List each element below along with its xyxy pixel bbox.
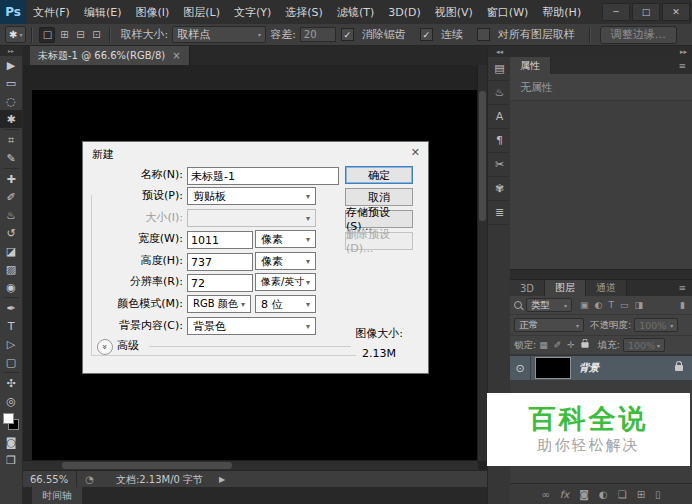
close-icon[interactable]: ×	[172, 50, 180, 61]
filter-shape-layers-icon[interactable]: ▭	[620, 300, 629, 310]
lasso-tool[interactable]: ◌	[0, 92, 22, 110]
history-brush-tool[interactable]: ↺	[0, 224, 22, 242]
menu-edit[interactable]: 编辑(E)	[77, 5, 129, 20]
layer-row-background[interactable]: ⊙ 背景	[510, 356, 692, 380]
checkbox-checked-icon[interactable]: ✓	[341, 28, 354, 41]
horizontal-scrollbar-thumb[interactable]	[62, 462, 232, 469]
foreground-color-swatch[interactable]	[3, 413, 14, 424]
add-to-selection-icon[interactable]: ⊞	[57, 28, 71, 42]
tab-channels[interactable]: 通道	[586, 280, 627, 296]
height-unit-dropdown[interactable]: 像素 ▾	[255, 252, 316, 270]
path-select-tool[interactable]: ▷	[0, 335, 22, 353]
fill-dropdown[interactable]: 100% ▾	[623, 338, 665, 352]
tab-layers[interactable]: 图层	[545, 280, 586, 296]
new-selection-icon[interactable]: □	[39, 27, 55, 43]
menu-window[interactable]: 窗口(W)	[480, 5, 535, 20]
horizontal-scrollbar[interactable]	[22, 460, 478, 470]
menu-3d[interactable]: 3D(D)	[381, 6, 428, 19]
menu-view[interactable]: 视图(V)	[428, 5, 480, 20]
width-input[interactable]	[187, 231, 253, 249]
link-layers-icon[interactable]: ∞	[541, 489, 549, 500]
height-input[interactable]	[187, 253, 253, 271]
vertical-scrollbar-thumb[interactable]	[479, 91, 486, 221]
layer-group-icon[interactable]: ❏	[618, 489, 627, 500]
sample-size-dropdown[interactable]: 取样点 ▾	[172, 26, 266, 43]
expand-panels-handle[interactable]: ◂◂	[488, 46, 511, 57]
layer-mask-icon[interactable]: ◙	[579, 489, 589, 500]
new-layer-icon[interactable]: ⊞	[637, 489, 645, 500]
name-input[interactable]	[187, 167, 339, 185]
ok-button[interactable]: 确定	[345, 166, 413, 184]
layer-comps-panel-icon[interactable]: ≣	[488, 201, 511, 225]
tolerance-input[interactable]	[300, 27, 336, 42]
tab-timeline[interactable]: 时间轴	[32, 487, 82, 504]
save-preset-button[interactable]: 存储预设(S)...	[345, 210, 413, 228]
zoom-level-field[interactable]: 66.55%	[22, 471, 77, 488]
layer-effects-icon[interactable]: fx	[560, 489, 569, 500]
advanced-expander-button[interactable]: »	[97, 339, 113, 355]
tab-properties[interactable]: 属性	[510, 57, 551, 74]
lock-all-icon[interactable]	[581, 342, 588, 347]
blend-mode-dropdown[interactable]: 正常 ▾	[514, 318, 584, 332]
menu-type[interactable]: 文字(Y)	[227, 5, 278, 20]
adjustment-layer-icon[interactable]: ◐	[599, 489, 608, 500]
marquee-tool[interactable]: ▭	[0, 74, 22, 92]
character-panel-icon[interactable]: A	[488, 105, 511, 129]
delete-layer-icon[interactable]: ▯	[655, 489, 661, 500]
lock-paint-icon[interactable]: ✐	[554, 340, 562, 350]
screen-mode-button[interactable]: ❐	[0, 451, 22, 469]
intersect-selection-icon[interactable]: ⊡	[89, 28, 103, 42]
background-contents-dropdown[interactable]: 背景色 ▾	[187, 317, 316, 335]
clone-source-panel-icon[interactable]: ♨	[488, 81, 511, 105]
shape-tool[interactable]: ▢	[0, 353, 22, 371]
tab-3d[interactable]: 3D	[510, 280, 545, 296]
vertical-scrollbar[interactable]	[477, 65, 487, 461]
layer-thumbnail[interactable]	[536, 358, 570, 378]
brush-panel-icon[interactable]: ✾	[488, 177, 511, 201]
tool-presets-panel-icon[interactable]: ✂	[488, 153, 511, 177]
type-tool[interactable]: T	[0, 317, 22, 335]
quick-mask-button[interactable]: ◙	[0, 433, 22, 451]
magic-wand-tool[interactable]: ✱	[0, 110, 22, 128]
healing-brush-tool[interactable]: ✚	[0, 170, 22, 188]
collapse-panels-handle[interactable]: ▸▸	[510, 46, 692, 57]
eyedropper-tool[interactable]: ✎	[0, 149, 22, 167]
crop-tool[interactable]: ⌗	[0, 131, 22, 149]
color-mode-dropdown[interactable]: RGB 颜色 ▾	[187, 295, 251, 313]
width-unit-dropdown[interactable]: 像素 ▾	[255, 230, 316, 248]
checkbox-checked-icon[interactable]: ✓	[420, 28, 433, 41]
layer-visibility-eye-icon[interactable]: ⊙	[510, 356, 531, 380]
refine-edge-button[interactable]: 调整边缘…	[600, 26, 677, 44]
status-menu-arrow-icon[interactable]: ▶	[219, 475, 225, 484]
brush-tool[interactable]: ✐	[0, 188, 22, 206]
minimize-button[interactable]: ─	[602, 3, 630, 21]
blur-tool[interactable]: ◉	[0, 278, 22, 296]
menu-image[interactable]: 图像(I)	[128, 5, 176, 20]
resolution-input[interactable]	[187, 274, 253, 292]
close-button[interactable]: ✕	[662, 3, 690, 21]
sample-all-layers-option[interactable]: 对所有图层取样	[477, 27, 579, 42]
filter-pixel-layers-icon[interactable]: ▣	[580, 300, 589, 310]
menu-layer[interactable]: 图层(L)	[176, 5, 227, 20]
dialog-close-icon[interactable]: ✕	[411, 146, 420, 159]
collapse-tools-handle[interactable]: ▸▸	[0, 46, 22, 56]
menu-help[interactable]: 帮助(H)	[535, 5, 588, 20]
hand-tool[interactable]: ✣	[0, 374, 22, 392]
panel-group-divider[interactable]	[510, 269, 692, 280]
anti-alias-option[interactable]: ✓ 消除锯齿	[341, 27, 410, 42]
menu-select[interactable]: 选择(S)	[278, 5, 330, 20]
preset-dropdown[interactable]: 剪贴板 ▾	[187, 187, 316, 205]
clone-stamp-tool[interactable]: ♨	[0, 206, 22, 224]
move-tool[interactable]: ▶	[0, 56, 22, 74]
filter-type-layers-icon[interactable]: T	[608, 300, 614, 310]
contiguous-option[interactable]: ✓ 连续	[420, 27, 467, 42]
gradient-tool[interactable]: ▨	[0, 260, 22, 278]
menu-filter[interactable]: 滤镜(T)	[330, 5, 381, 20]
subtract-from-selection-icon[interactable]: ⊟	[73, 28, 87, 42]
color-depth-dropdown[interactable]: 8 位 ▾	[255, 295, 316, 313]
maximize-button[interactable]: □	[632, 3, 660, 21]
opacity-dropdown[interactable]: 100% ▾	[634, 318, 678, 332]
zoom-tool[interactable]: ◎	[0, 392, 22, 410]
properties-panel-icon[interactable]: ▤	[488, 57, 511, 81]
lock-position-icon[interactable]: ✛	[567, 340, 575, 350]
